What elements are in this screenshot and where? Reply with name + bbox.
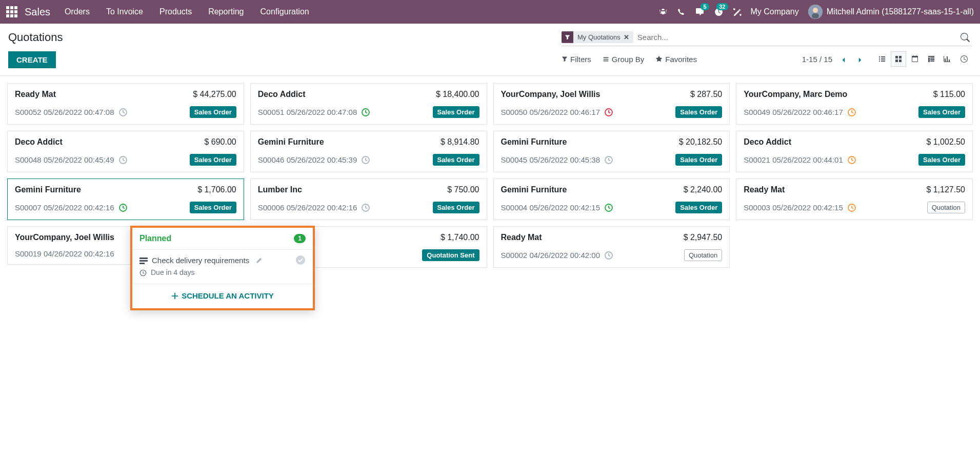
brand[interactable]: Sales (25, 6, 50, 18)
amount: $ 115.00 (933, 90, 965, 99)
pager-next[interactable] (855, 53, 865, 66)
groupby-button[interactable]: Group By (603, 55, 644, 64)
search-icon[interactable] (958, 32, 972, 42)
kanban-card[interactable]: Lumber Inc $ 750.00 S00006 05/26/2022 00… (250, 179, 487, 220)
company-switcher[interactable]: My Company (751, 7, 799, 16)
activity-clock-icon[interactable] (118, 203, 128, 212)
menu-reporting[interactable]: Reporting (208, 7, 244, 16)
filter-chip: My Quotations ✕ (562, 31, 633, 43)
amount: $ 1,706.00 (197, 185, 236, 194)
view-graph[interactable] (940, 51, 955, 67)
activity-clock-icon[interactable] (361, 108, 370, 117)
search-input[interactable] (633, 31, 958, 44)
apps-icon[interactable] (6, 6, 17, 17)
activity-clock-icon[interactable] (847, 203, 856, 212)
filter-chip-label: My Quotations (577, 33, 621, 41)
activity-clock-icon[interactable] (604, 108, 613, 117)
mark-done-icon[interactable] (295, 255, 306, 265)
view-list[interactable] (874, 51, 890, 67)
view-activity[interactable] (956, 51, 972, 67)
customer-name: Gemini Furniture (15, 185, 81, 194)
pager: 1-15 / 15 (802, 53, 865, 66)
popover-title: Planned (139, 234, 171, 243)
view-pivot[interactable] (924, 51, 939, 67)
view-calendar[interactable] (907, 51, 923, 67)
kanban-card[interactable]: Deco Addict $ 18,400.00 S00051 05/26/202… (250, 83, 487, 125)
user-menu[interactable]: Mitchell Admin (15881277-saas-15-1-all) (808, 5, 974, 19)
kanban-card[interactable]: YourCompany, Joel Willis $ 287.50 S00050… (493, 83, 730, 125)
activity-clock-icon[interactable] (604, 251, 613, 260)
customer-name: YourCompany, Joel Willis (501, 90, 601, 99)
kanban-card[interactable]: Gemini Furniture $ 20,182.50 S00045 05/2… (493, 131, 730, 172)
phone-icon[interactable] (677, 8, 685, 16)
activity-clock-icon[interactable] (361, 155, 370, 165)
state-badge: Sales Order (190, 154, 236, 166)
amount: $ 8,914.80 (441, 137, 479, 147)
order-date: S00007 05/26/2022 00:42:16 (15, 203, 128, 212)
favorites-button[interactable]: Favorites (655, 55, 697, 64)
kanban-card[interactable]: Ready Mat $ 44,275.00 S00052 05/26/2022 … (7, 83, 244, 125)
svg-point-1 (813, 8, 818, 13)
state-badge: Sales Order (190, 202, 236, 213)
activity-clock-icon[interactable] (118, 108, 128, 117)
activity-clock-icon[interactable] (361, 203, 370, 212)
customer-name: Ready Mat (744, 185, 785, 194)
order-date: S00006 05/26/2022 00:42:16 (258, 203, 371, 212)
order-date: S00050 05/26/2022 00:46:17 (501, 108, 614, 117)
tools-icon[interactable] (733, 7, 742, 16)
amount: $ 1,127.50 (926, 185, 965, 194)
state-badge: Sales Order (675, 106, 722, 118)
activity-clock-icon[interactable] (604, 203, 613, 212)
customer-name: Gemini Furniture (501, 137, 567, 147)
amount: $ 2,240.00 (684, 185, 723, 194)
remove-chip-button[interactable]: ✕ (624, 33, 629, 41)
toolbar: Filters Group By Favorites 1-15 / 15 (562, 51, 972, 67)
search-bar: My Quotations ✕ (562, 31, 972, 46)
amount: $ 750.00 (447, 185, 479, 194)
pager-prev[interactable] (838, 53, 849, 66)
discuss-icon[interactable]: 5 (695, 7, 704, 16)
order-date: S00019 04/26/2022 00:42:16 (15, 249, 114, 258)
activity-clock-icon[interactable] (118, 155, 128, 165)
svg-rect-19 (139, 263, 145, 264)
activity-clock-icon[interactable] (847, 155, 856, 165)
customer-name: Deco Addict (258, 90, 306, 99)
kanban-card[interactable]: Deco Addict $ 1,002.50 S00021 05/26/2022… (736, 131, 973, 172)
amount: $ 2,947.50 (684, 233, 723, 242)
pager-text[interactable]: 1-15 / 15 (802, 55, 832, 64)
popover-count: 1 (294, 234, 306, 243)
order-date: S00051 05/26/2022 00:47:08 (258, 108, 371, 117)
menu-products[interactable]: Products (159, 7, 192, 16)
edit-activity-icon[interactable] (255, 256, 262, 265)
bug-icon[interactable] (659, 7, 667, 16)
amount: $ 20,182.50 (679, 137, 723, 147)
menu-to-invoice[interactable]: To Invoice (106, 7, 143, 16)
kanban-card[interactable]: Gemini Furniture $ 2,240.00 S00004 05/26… (493, 179, 730, 220)
order-date: S00052 05/26/2022 00:47:08 (15, 108, 128, 117)
order-date: S00049 05/26/2022 00:46:17 (744, 108, 856, 117)
activity-clock-icon[interactable] (847, 108, 856, 117)
kanban-card[interactable]: Gemini Furniture $ 8,914.80 S00046 05/26… (250, 131, 487, 172)
activity-clock-icon[interactable] (604, 155, 613, 165)
view-switcher (874, 51, 972, 67)
kanban-card[interactable]: Ready Mat $ 2,947.50 S00002 04/26/2022 0… (493, 226, 730, 268)
funnel-icon (562, 32, 573, 42)
order-date: S00048 05/26/2022 00:45:49 (15, 155, 128, 165)
menu-orders[interactable]: Orders (65, 7, 90, 16)
activities-icon[interactable]: 32 (714, 7, 723, 16)
filters-button[interactable]: Filters (562, 55, 591, 64)
amount: $ 18,400.00 (436, 90, 479, 99)
kanban-card[interactable]: Deco Addict $ 690.00 S00048 05/26/2022 0… (7, 131, 244, 172)
amount: $ 1,002.50 (926, 137, 965, 147)
customer-name: Deco Addict (15, 137, 63, 147)
kanban-card[interactable]: Gemini Furniture $ 1,706.00 S00007 05/26… (7, 179, 244, 220)
kanban-card[interactable]: Ready Mat $ 1,127.50 S00003 05/26/2022 0… (736, 179, 973, 220)
view-kanban[interactable] (891, 51, 906, 67)
state-badge: Sales Order (433, 154, 479, 166)
state-badge: Sales Order (918, 154, 965, 166)
state-badge: Sales Order (433, 106, 479, 118)
menu-configuration[interactable]: Configuration (261, 7, 309, 16)
create-button[interactable]: CREATE (8, 51, 56, 68)
customer-name: Ready Mat (15, 90, 56, 99)
kanban-card[interactable]: YourCompany, Marc Demo $ 115.00 S00049 0… (736, 83, 973, 125)
